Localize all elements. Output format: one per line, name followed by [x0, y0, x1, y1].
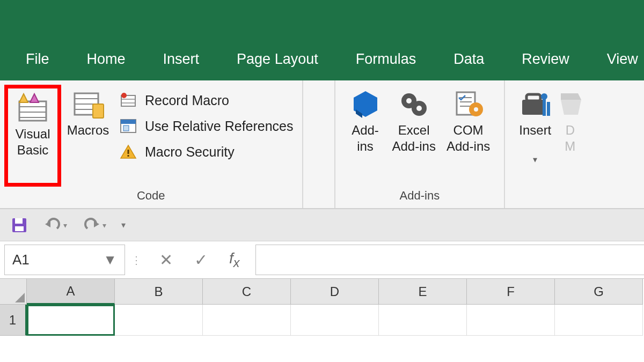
addins-icon — [349, 88, 382, 119]
column-header-c[interactable]: C — [203, 279, 291, 305]
formula-input[interactable] — [255, 245, 644, 275]
undo-icon — [43, 218, 62, 233]
cell-c1[interactable] — [203, 305, 291, 336]
row-header-1[interactable]: 1 — [0, 305, 27, 336]
use-relative-icon — [119, 118, 137, 134]
design-mode-label: DM — [565, 122, 575, 157]
cancel-formula-button[interactable]: ✕ — [159, 250, 173, 269]
save-button[interactable] — [11, 217, 28, 234]
insert-function-button[interactable]: fx — [229, 250, 239, 270]
cell-e1[interactable] — [379, 305, 467, 336]
macro-security-button[interactable]: Macro Security — [119, 144, 294, 160]
tab-file[interactable]: File — [26, 51, 49, 68]
column-header-a[interactable]: A — [27, 279, 115, 305]
svg-rect-10 — [93, 104, 104, 118]
svg-marker-4 — [19, 94, 28, 102]
formula-bar: A1 ▼ ⋮ ✕ ✓ fx — [0, 241, 644, 279]
cell-b1[interactable] — [115, 305, 203, 336]
svg-point-26 — [416, 106, 422, 111]
svg-rect-34 — [526, 94, 540, 101]
svg-point-32 — [474, 107, 478, 112]
redo-button[interactable]: ▾ — [82, 218, 106, 233]
group-spacer — [303, 80, 335, 208]
group-addins-label: Add-ins — [335, 189, 504, 203]
cell-a1[interactable] — [27, 305, 115, 336]
column-header-e[interactable]: E — [379, 279, 467, 305]
svg-rect-16 — [121, 120, 136, 124]
chevron-down-icon: ▾ — [63, 221, 67, 230]
worksheet: A B C D E F G 1 — [0, 279, 644, 336]
addins-label: Add- ins — [352, 122, 379, 157]
tab-view[interactable]: View — [607, 51, 638, 68]
cell-g1[interactable] — [555, 305, 643, 336]
svg-rect-42 — [15, 226, 24, 231]
record-macro-icon — [119, 92, 137, 108]
group-code: Visual Basic Macros Record Macro — [0, 80, 303, 208]
visual-basic-button[interactable]: Visual Basic — [4, 85, 61, 187]
tab-insert[interactable]: Insert — [163, 51, 200, 68]
group-addins: Add- ins Excel Add-ins — [335, 80, 506, 208]
group-controls: Insert ▾ DM — [505, 80, 592, 208]
com-addins-label: COM Add-ins — [447, 122, 490, 157]
design-mode-icon — [557, 88, 583, 119]
customize-icon: ▾ — [121, 220, 126, 230]
svg-rect-37 — [547, 102, 550, 116]
save-icon — [11, 217, 28, 234]
title-bar — [0, 0, 644, 38]
ribbon-tabs: File Home Insert Page Layout Formulas Da… — [0, 38, 644, 80]
design-mode-button[interactable]: DM — [557, 85, 583, 187]
tab-page-layout[interactable]: Page Layout — [237, 51, 318, 68]
name-box-value: A1 — [12, 252, 30, 268]
group-code-label: Code — [0, 189, 302, 203]
svg-point-36 — [541, 93, 547, 100]
visual-basic-icon — [16, 92, 49, 123]
use-relative-label: Use Relative References — [145, 119, 294, 134]
addins-button[interactable]: Add- ins — [344, 85, 387, 187]
enter-formula-button[interactable]: ✓ — [194, 250, 208, 269]
chevron-down-icon: ▾ — [533, 154, 537, 165]
svg-marker-5 — [30, 94, 39, 102]
redo-icon — [82, 218, 101, 233]
macros-button[interactable]: Macros — [61, 85, 115, 187]
tab-home[interactable]: Home — [87, 51, 126, 68]
svg-point-24 — [406, 98, 412, 104]
svg-rect-20 — [128, 155, 129, 157]
tab-data[interactable]: Data — [453, 51, 484, 68]
com-addins-icon — [452, 88, 485, 119]
excel-addins-icon — [398, 88, 430, 119]
excel-addins-label: Excel Add-ins — [392, 122, 436, 157]
insert-controls-button[interactable]: Insert ▾ — [514, 85, 557, 187]
column-header-g[interactable]: G — [555, 279, 643, 305]
visual-basic-label: Visual Basic — [16, 126, 50, 160]
macros-label: Macros — [67, 122, 109, 157]
chevron-down-icon[interactable]: ▼ — [103, 252, 117, 268]
column-header-d[interactable]: D — [291, 279, 379, 305]
column-header-b[interactable]: B — [115, 279, 203, 305]
macros-icon — [71, 88, 105, 119]
formula-buttons: ✕ ✓ fx — [143, 241, 255, 278]
warning-icon — [119, 144, 137, 160]
svg-marker-39 — [561, 100, 581, 115]
tab-formulas[interactable]: Formulas — [356, 51, 416, 68]
toolbox-icon — [519, 88, 551, 119]
insert-controls-label: Insert — [519, 122, 551, 157]
cell-d1[interactable] — [291, 305, 379, 336]
excel-addins-button[interactable]: Excel Add-ins — [387, 85, 441, 187]
com-addins-button[interactable]: COM Add-ins — [441, 85, 495, 187]
tab-review[interactable]: Review — [522, 51, 569, 68]
record-macro-label: Record Macro — [145, 93, 229, 108]
record-macro-button[interactable]: Record Macro — [119, 92, 294, 108]
svg-point-14 — [121, 93, 127, 98]
cell-f1[interactable] — [467, 305, 555, 336]
undo-button[interactable]: ▾ — [43, 218, 67, 233]
select-all-triangle[interactable] — [0, 279, 27, 305]
chevron-down-icon: ▾ — [103, 221, 106, 230]
name-box[interactable]: A1 ▼ — [4, 245, 125, 275]
customize-qat-button[interactable]: ▾ — [121, 220, 126, 230]
column-header-f[interactable]: F — [467, 279, 555, 305]
svg-rect-19 — [128, 150, 129, 154]
svg-marker-38 — [561, 93, 581, 100]
svg-rect-41 — [15, 218, 23, 224]
use-relative-button[interactable]: Use Relative References — [119, 118, 294, 134]
separator: ⋮ — [129, 241, 143, 278]
